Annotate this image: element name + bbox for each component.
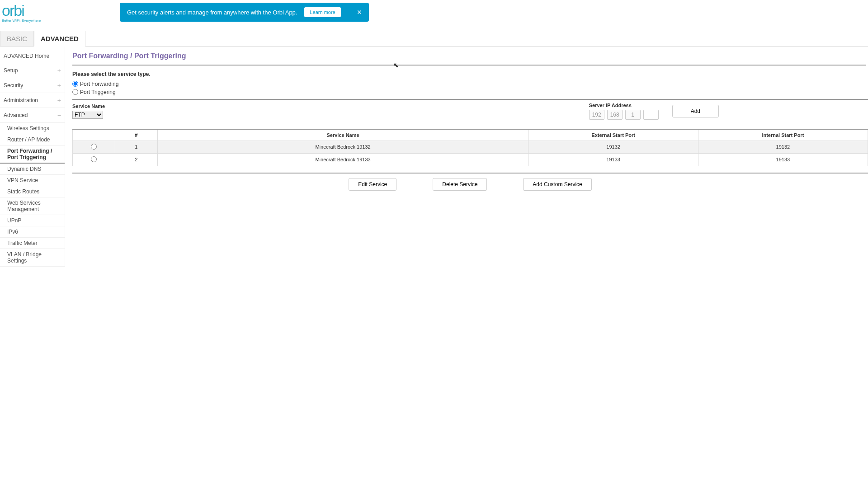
banner-text: Get security alerts and manage from anyw… [127,9,297,16]
table-header-ext-port: External Start Port [528,129,698,141]
row-num: 2 [115,153,157,166]
sidebar-label: Setup [4,67,18,74]
minus-icon: − [57,112,61,119]
main-tabs: BASIC ADVANCED [0,31,868,47]
table-header-num: # [115,129,157,141]
tab-basic[interactable]: BASIC [0,31,34,46]
plus-icon: + [57,97,61,104]
sidebar: ADVANCED Home Setup+ Security+ Administr… [0,47,65,267]
sidebar-sub-wireless[interactable]: Wireless Settings [0,123,65,134]
sidebar-item-advanced-home[interactable]: ADVANCED Home [0,49,65,63]
tab-advanced[interactable]: ADVANCED [34,31,85,47]
row-name: Minecraft Bedrock 19133 [157,153,528,166]
sidebar-sub-port-forwarding[interactable]: Port Forwarding / Port Triggering [0,145,65,164]
radio-port-triggering-row[interactable]: Port Triggering [72,89,868,95]
row-num: 1 [115,141,157,153]
logo-text: orbi [2,4,24,18]
radio-port-forwarding-row[interactable]: Port Forwarding [72,81,868,87]
learn-more-button[interactable]: Learn more [304,7,340,17]
sidebar-label: ADVANCED Home [4,53,49,59]
table-row: 1 Minecraft Bedrock 19132 19132 19132 [73,141,868,153]
ip-octet-1[interactable] [589,110,604,120]
sidebar-sub-ddns[interactable]: Dynamic DNS [0,164,65,175]
radio-port-triggering[interactable] [72,89,78,95]
radio-port-forwarding[interactable] [72,81,78,87]
row-select-radio[interactable] [91,144,97,150]
ip-octet-4[interactable] [643,110,659,120]
table-row: 2 Minecraft Bedrock 19133 19133 19133 [73,153,868,166]
plus-icon: + [57,67,61,74]
page-title: Port Forwarding / Port Triggering [72,52,866,66]
sidebar-item-security[interactable]: Security+ [0,78,65,93]
sidebar-sub-ipv6[interactable]: IPv6 [0,226,65,238]
sidebar-label: Security [4,82,23,89]
sidebar-sub-upnp[interactable]: UPnP [0,215,65,226]
table-header-select [73,129,115,141]
logo-subtext: Better WiFi. Everywhere [2,19,41,23]
service-name-group: Service Name FTP [72,103,105,119]
ip-octet-2[interactable] [607,110,623,120]
row-select-radio[interactable] [91,156,97,162]
sidebar-label: Administration [4,97,38,103]
sidebar-item-administration[interactable]: Administration+ [0,93,65,108]
server-ip-label: Server IP Address [589,103,659,108]
row-ext-port: 19132 [528,141,698,153]
sidebar-item-advanced[interactable]: Advanced− [0,108,65,123]
plus-icon: + [57,82,61,89]
services-table: # Service Name External Start Port Inter… [72,129,868,166]
logo: orbi Better WiFi. Everywhere [2,4,41,23]
service-name-select[interactable]: FTP [72,111,103,119]
service-name-label: Service Name [72,103,105,109]
sidebar-sub-web-services[interactable]: Web Services Management [0,197,65,215]
select-type-label: Please select the service type. [72,71,868,77]
row-ext-port: 19133 [528,153,698,166]
sidebar-sub-router-ap[interactable]: Router / AP Mode [0,134,65,145]
row-name: Minecraft Bedrock 19132 [157,141,528,153]
row-int-port: 19132 [698,141,868,153]
sidebar-sub-static-routes[interactable]: Static Routes [0,186,65,197]
add-custom-service-button[interactable]: Add Custom Service [523,178,591,191]
table-header-name: Service Name [157,129,528,141]
radio-label: Port Triggering [80,89,116,95]
edit-service-button[interactable]: Edit Service [349,178,396,191]
table-header-int-port: Internal Start Port [698,129,868,141]
delete-service-button[interactable]: Delete Service [433,178,487,191]
add-button[interactable]: Add [672,105,719,117]
server-ip-group: Server IP Address [589,103,659,120]
close-icon[interactable]: × [357,8,362,17]
sidebar-sub-traffic-meter[interactable]: Traffic Meter [0,238,65,249]
sidebar-label: Advanced [4,112,28,118]
promo-banner: Get security alerts and manage from anyw… [120,3,369,22]
row-int-port: 19133 [698,153,868,166]
radio-label: Port Forwarding [80,81,118,87]
sidebar-item-setup[interactable]: Setup+ [0,63,65,78]
main-content: Port Forwarding / Port Triggering Please… [65,47,868,267]
sidebar-sub-vpn[interactable]: VPN Service [0,175,65,186]
ip-octet-3[interactable] [625,110,641,120]
sidebar-sub-vlan[interactable]: VLAN / Bridge Settings [0,249,65,267]
